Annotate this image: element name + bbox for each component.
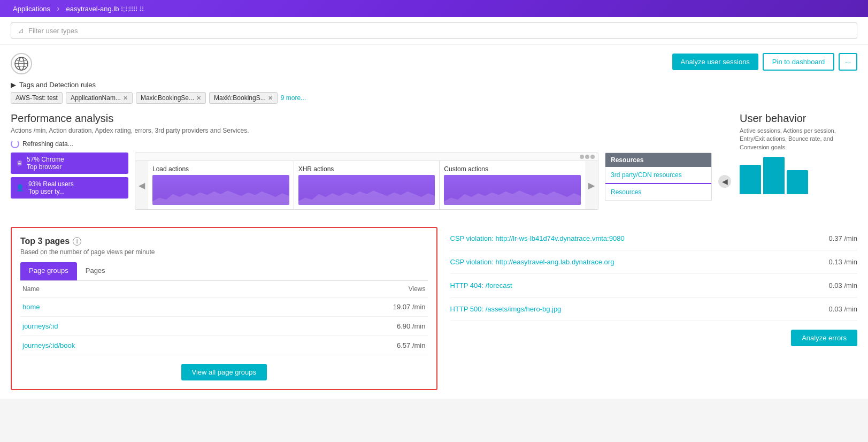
- performance-left: Performance analysis Actions /min, Actio…: [11, 112, 731, 210]
- error-row: CSP violation: http://lr-ws-lb41d74v.dyn…: [450, 227, 858, 250]
- tag-remove-icon[interactable]: ✕: [123, 95, 128, 102]
- topbar: Applications › easytravel-ang.lb ⁝;⁝;⁝⁝⁝…: [0, 0, 868, 17]
- chrome-stat: 🖥 57% Chrome Top browser: [11, 153, 128, 174]
- errors-list: CSP violation: http://lr-ws-lb41d74v.dyn…: [450, 227, 858, 321]
- tag-label: ApplicationNam...: [71, 94, 121, 102]
- top-pages-table: Name Views home 19.07 /min journeys/:id …: [20, 281, 428, 355]
- users-sub: Top user ty...: [28, 188, 74, 195]
- table-row: journeys/:id/book 6.57 /min: [20, 336, 428, 355]
- page-name-link[interactable]: journeys/:id/book: [22, 341, 75, 349]
- action-header-left: [11, 53, 32, 74]
- users-pct: 93% Real users: [28, 180, 74, 188]
- bottom-section: Top 3 pages i Based on the number of pag…: [0, 218, 868, 399]
- table-row: home 19.07 /min: [20, 298, 428, 317]
- users-stat: 👤 93% Real users Top user ty...: [11, 177, 128, 199]
- topbar-applications[interactable]: Applications: [9, 3, 55, 15]
- error-row: HTTP 500: /assets/imgs/hero-bg.jpg 0.03 …: [450, 298, 858, 321]
- error-value: 0.03 /min: [829, 281, 857, 289]
- chart-next-button[interactable]: ▶: [585, 161, 598, 209]
- tag-appname[interactable]: ApplicationNam... ✕: [66, 92, 133, 104]
- chart-sections: Load actions XHR actions Custom actions: [148, 161, 585, 209]
- tag-label: Maxk:BookingSe...: [141, 94, 194, 102]
- filter-icon: ⊿: [18, 26, 24, 35]
- performance-section: Performance analysis Actions /min, Actio…: [11, 112, 857, 210]
- xhr-actions-wave: [298, 175, 435, 205]
- resources-item-cdn[interactable]: 3rd party/CDN resources: [605, 167, 711, 184]
- view-all-page-groups-button[interactable]: View all page groups: [181, 364, 267, 380]
- user-behavior-title: User behavior: [740, 112, 857, 125]
- user-behavior-chart: [740, 157, 857, 194]
- page-name-link[interactable]: home: [22, 303, 40, 311]
- col-views-header: Views: [268, 281, 428, 298]
- analyze-errors-button[interactable]: Analyze errors: [791, 330, 857, 346]
- top-pages-card: Top 3 pages i Based on the number of pag…: [11, 227, 437, 390]
- perf-chart-row: 🖥 57% Chrome Top browser 👤 93% Real user…: [11, 153, 731, 210]
- tag-label: AWS-Test: test: [16, 94, 58, 102]
- tags-more-link[interactable]: 9 more...: [281, 94, 306, 102]
- tab-page-groups[interactable]: Page groups: [20, 262, 77, 280]
- error-link[interactable]: HTTP 500: /assets/imgs/hero-bg.jpg: [450, 305, 562, 313]
- page-name-link[interactable]: journeys/:id: [22, 322, 58, 330]
- error-row: HTTP 404: /forecast 0.03 /min: [450, 274, 858, 298]
- error-link[interactable]: HTTP 404: /forecast: [450, 281, 512, 289]
- resources-panel: Resources 3rd party/CDN resources Resour…: [605, 153, 712, 201]
- refresh-bar: Refreshing data...: [11, 140, 731, 148]
- table-row: journeys/:id 6.90 /min: [20, 317, 428, 336]
- load-actions-wave: [152, 175, 289, 205]
- errors-section: CSP violation: http://lr-ws-lb41d74v.dyn…: [450, 227, 858, 390]
- collapse-button[interactable]: ◀: [718, 175, 731, 188]
- error-link[interactable]: CSP violation: http://easytravel-ang.lab…: [450, 258, 614, 266]
- tag-label: Maxk\:BookingS...: [214, 94, 266, 102]
- tags-toggle[interactable]: ▶ Tags and Detection rules: [11, 81, 857, 89]
- chevron-right-icon: ▶: [11, 81, 16, 89]
- pin-dashboard-button[interactable]: Pin to dashboard: [763, 53, 834, 71]
- xhr-actions-section: XHR actions: [294, 161, 440, 209]
- chart-body: ◀ Load actions XHR actions Cus: [135, 161, 598, 209]
- tags-section: ▶ Tags and Detection rules AWS-Test: tes…: [11, 81, 857, 104]
- main-content: Analyze user sessions Pin to dashboard ·…: [0, 44, 868, 218]
- filter-placeholder: Filter user types: [28, 27, 78, 35]
- analyze-sessions-button[interactable]: Analyze user sessions: [672, 54, 758, 70]
- ub-bar-2: [763, 157, 785, 194]
- tag-remove-icon[interactable]: ✕: [196, 95, 201, 102]
- filter-bar: ⊿ Filter user types: [0, 17, 868, 44]
- performance-subtitle: Actions /min, Action duration, Apdex rat…: [11, 127, 731, 134]
- refresh-spinner-icon: [11, 140, 19, 148]
- browser-icon: 🖥: [16, 159, 22, 167]
- user-icon: 👤: [16, 184, 24, 192]
- chrome-sub: Top browser: [27, 163, 64, 171]
- resources-item-resources[interactable]: Resources: [605, 184, 711, 201]
- ub-bar-3: [787, 170, 808, 194]
- page-name-cell: journeys/:id: [20, 317, 268, 336]
- error-row: CSP violation: http://easytravel-ang.lab…: [450, 250, 858, 274]
- chart-dot-3: [590, 155, 595, 159]
- error-link[interactable]: CSP violation: http://lr-ws-lb41d74v.dyn…: [450, 234, 625, 242]
- tag-remove-icon[interactable]: ✕: [268, 95, 273, 102]
- topbar-app-name[interactable]: easytravel-ang.lb ⁝;⁝;⁝⁝⁝⁝ ⁝⁝: [62, 3, 148, 15]
- user-behavior-subtitle: Active sessions, Actions per session, En…: [740, 127, 857, 151]
- load-actions-label: Load actions: [152, 165, 289, 173]
- filter-user-types-input[interactable]: ⊿ Filter user types: [11, 22, 857, 39]
- more-options-button[interactable]: ···: [839, 53, 857, 71]
- chart-prev-button[interactable]: ◀: [135, 161, 148, 209]
- tags-label: Tags and Detection rules: [19, 81, 96, 89]
- chart-header: [135, 153, 598, 161]
- performance-title: Performance analysis: [11, 112, 731, 125]
- resources-header: Resources: [605, 153, 711, 167]
- browser-stats-column: 🖥 57% Chrome Top browser 👤 93% Real user…: [11, 153, 128, 199]
- custom-actions-label: Custom actions: [444, 165, 581, 173]
- tag-aws[interactable]: AWS-Test: test: [11, 92, 63, 104]
- ub-bar-1: [740, 165, 761, 194]
- error-value: 0.13 /min: [829, 258, 857, 266]
- top-pages-tabs: Page groups Pages: [20, 262, 428, 281]
- load-actions-section: Load actions: [148, 161, 294, 209]
- error-value: 0.03 /min: [829, 305, 857, 313]
- top-pages-title-text: Top 3 pages: [20, 237, 70, 246]
- tag-maxk-booking1[interactable]: Maxk:BookingSe... ✕: [136, 92, 206, 104]
- tab-pages[interactable]: Pages: [77, 262, 114, 280]
- topbar-separator: ›: [57, 4, 59, 13]
- tag-maxk-booking2[interactable]: Maxk\:BookingS... ✕: [209, 92, 278, 104]
- xhr-actions-label: XHR actions: [298, 165, 435, 173]
- custom-actions-wave: [444, 175, 581, 205]
- page-name-cell: home: [20, 298, 268, 317]
